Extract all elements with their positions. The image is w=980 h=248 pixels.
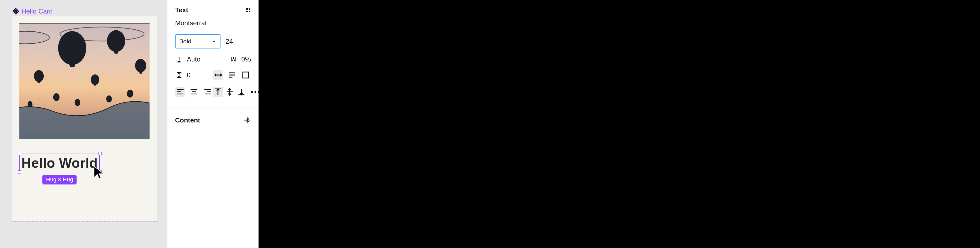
apply-instance-icon[interactable]	[243, 116, 251, 124]
horizontal-align-group	[175, 87, 213, 97]
align-right-button[interactable]	[203, 87, 213, 97]
frame-label[interactable]: Hello Card	[12, 7, 53, 15]
text-layer-content[interactable]: Hello World	[19, 154, 100, 172]
font-family-select[interactable]: Montserrat	[175, 19, 251, 27]
chevron-down-icon	[211, 39, 216, 44]
letter-spacing-input[interactable]: 0%	[241, 56, 251, 63]
drag-handle-icon[interactable]	[246, 8, 251, 13]
svg-point-11	[91, 74, 99, 85]
text-section-header: Text	[175, 6, 251, 14]
line-height-icon	[175, 55, 183, 63]
resize-mode-group	[213, 70, 251, 80]
component-icon	[12, 7, 20, 15]
selected-text-layer[interactable]: Hello World Hug × Hug	[19, 154, 100, 172]
svg-point-9	[135, 59, 146, 72]
frame-label-text: Hello Card	[21, 7, 53, 15]
font-weight-select[interactable]: Bold	[175, 34, 221, 48]
card-frame[interactable]: Hello World Hug × Hug	[12, 16, 157, 221]
align-center-button[interactable]	[189, 87, 199, 97]
svg-point-8	[107, 30, 125, 52]
align-middle-button[interactable]	[224, 87, 235, 97]
svg-point-15	[106, 95, 112, 103]
content-section-header[interactable]: Content	[167, 108, 259, 132]
properties-panel: Text Montserrat Bold 24 Auto	[167, 0, 259, 248]
line-height-input[interactable]: Auto	[187, 56, 200, 63]
font-weight-value: Bold	[179, 38, 191, 45]
resize-handle-br[interactable]	[98, 170, 102, 174]
font-size-input[interactable]: 24	[224, 35, 234, 48]
auto-height-button[interactable]	[227, 70, 237, 80]
paragraph-spacing-icon	[175, 71, 183, 79]
design-canvas[interactable]: Hello Card	[0, 0, 167, 248]
svg-point-16	[127, 90, 133, 97]
align-left-button[interactable]	[175, 87, 185, 97]
card-image	[19, 24, 150, 139]
svg-rect-19	[243, 72, 248, 78]
letter-spacing-icon	[229, 55, 238, 63]
svg-point-13	[53, 94, 60, 101]
svg-point-18	[27, 101, 32, 107]
text-section-title: Text	[175, 6, 188, 14]
size-badge: Hug × Hug	[43, 175, 77, 184]
empty-area	[259, 0, 980, 248]
paragraph-spacing-input[interactable]: 0	[187, 71, 190, 79]
svg-point-10	[34, 70, 44, 82]
resize-handle-tr[interactable]	[98, 152, 102, 156]
align-bottom-button[interactable]	[236, 87, 247, 97]
resize-handle-bl[interactable]	[18, 170, 21, 174]
content-section-title: Content	[175, 116, 200, 124]
auto-width-button[interactable]	[213, 70, 223, 80]
vertical-align-group	[213, 87, 247, 97]
svg-point-14	[75, 99, 80, 106]
resize-handle-tl[interactable]	[18, 152, 21, 156]
fixed-size-button[interactable]	[241, 70, 251, 80]
align-top-button[interactable]	[213, 87, 223, 97]
svg-point-7	[58, 31, 86, 65]
